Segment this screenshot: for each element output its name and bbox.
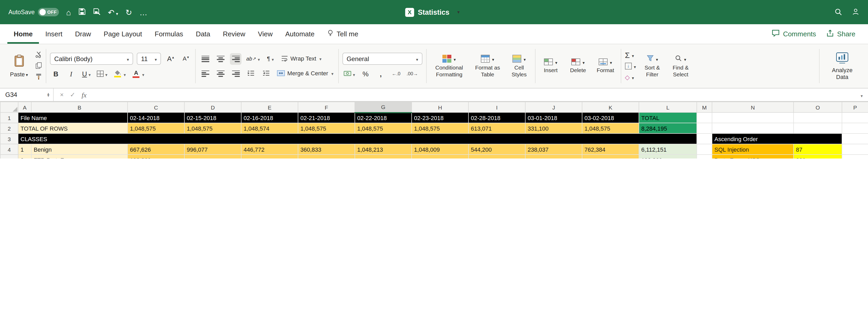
cell-C5[interactable]: 193,360 (128, 154, 184, 158)
cell-I4[interactable]: 544,200 (468, 144, 525, 154)
row-header-1[interactable]: 1 (0, 112, 18, 123)
align-middle-button[interactable] (215, 53, 226, 64)
cell-N1[interactable] (712, 112, 794, 123)
cell-G4[interactable]: 1,048,213 (355, 144, 412, 154)
cell-E1[interactable]: 02-16-2018 (241, 112, 298, 123)
undo-button[interactable]: ↶ (108, 8, 118, 16)
tab-automate[interactable]: Automate (279, 24, 321, 44)
paste-button[interactable]: Paste (7, 55, 31, 78)
accounting-format-button[interactable] (342, 68, 356, 80)
cell-A5[interactable]: 2 (18, 154, 31, 158)
cell-L4[interactable]: 6,112,151 (639, 144, 697, 154)
format-painter-button[interactable] (35, 73, 42, 81)
tab-data[interactable]: Data (189, 24, 216, 44)
select-all-corner[interactable] (0, 102, 18, 112)
clear-button[interactable]: ◇ (625, 73, 636, 81)
home-button[interactable]: ⌂ (66, 8, 71, 16)
delete-cells-button[interactable]: Delete (566, 59, 590, 74)
wrap-text-button[interactable]: Wrap Text (280, 53, 322, 64)
font-name-select[interactable]: Calibri (Body) (50, 53, 133, 65)
cell-N2[interactable] (712, 123, 794, 134)
align-top-button[interactable] (199, 53, 211, 64)
more-commands-button[interactable]: … (140, 8, 147, 16)
format-cells-button[interactable]: Format (594, 59, 617, 74)
cell-O2[interactable] (794, 123, 842, 134)
cell-H2[interactable]: 1,048,575 (412, 123, 468, 134)
column-header-O[interactable]: O (794, 102, 842, 112)
grow-font-button[interactable]: A▴ (165, 53, 176, 64)
cell-I2[interactable]: 613,071 (468, 123, 525, 134)
cell-G5[interactable] (355, 154, 412, 158)
enter-button[interactable]: ✓ (70, 92, 75, 98)
cell-E2[interactable]: 1,048,574 (241, 123, 298, 134)
cell-A4[interactable]: 1 (18, 144, 31, 154)
share-button[interactable]: Share (822, 29, 861, 38)
cell-J1[interactable]: 03-01-2018 (525, 112, 582, 123)
align-right-button[interactable] (230, 68, 242, 79)
cell-F4[interactable]: 360,833 (298, 144, 355, 154)
row-header-4[interactable]: 4 (0, 144, 18, 154)
text-direction-button[interactable]: ¶ (265, 53, 276, 64)
name-box[interactable]: G34 (0, 88, 54, 101)
number-format-select[interactable]: General (342, 53, 423, 65)
insert-function-button[interactable]: fx (82, 91, 87, 98)
cell-B4[interactable]: Benign (31, 144, 128, 154)
cell-O4[interactable]: 87 (794, 144, 842, 154)
row-header-5[interactable]: 5 (0, 154, 18, 158)
cell-J2[interactable]: 331,100 (525, 123, 582, 134)
font-color-button[interactable]: A (130, 68, 145, 80)
cell-K5[interactable] (582, 154, 639, 158)
cell-K4[interactable]: 762,384 (582, 144, 639, 154)
bold-button[interactable]: B (50, 68, 62, 80)
cell-H4[interactable]: 1,048,009 (412, 144, 468, 154)
tab-view[interactable]: View (252, 24, 279, 44)
column-header-H[interactable]: H (412, 102, 468, 112)
column-header-A[interactable]: A (18, 102, 31, 112)
tab-home[interactable]: Home (7, 24, 39, 44)
borders-button[interactable] (96, 68, 108, 80)
cell-G2[interactable]: 1,048,575 (355, 123, 412, 134)
cell-F2[interactable]: 1,048,575 (298, 123, 355, 134)
cell-L5[interactable]: 193,360 (639, 154, 697, 158)
cell-H5[interactable] (412, 154, 468, 158)
cell-F5[interactable] (298, 154, 355, 158)
cell-B1[interactable]: File Name (18, 112, 128, 123)
font-size-select[interactable]: 11 (137, 53, 161, 65)
column-header-G-selected[interactable]: G (355, 102, 412, 112)
cell-N5[interactable]: Brute Force -XSS (712, 154, 794, 158)
align-center-button[interactable] (215, 68, 226, 79)
shrink-font-button[interactable]: A▾ (180, 53, 191, 64)
cell-C1[interactable]: 02-14-2018 (128, 112, 184, 123)
align-bottom-button[interactable] (230, 53, 242, 64)
cell-B3[interactable]: CLASSES (18, 134, 697, 144)
tab-review[interactable]: Review (216, 24, 251, 44)
search-button[interactable] (834, 8, 842, 17)
cancel-button[interactable]: × (60, 92, 64, 98)
sort-filter-button[interactable]: Sort & Filter (640, 55, 664, 77)
autosave-toggle[interactable]: OFF (38, 8, 59, 16)
insert-cells-button[interactable]: Insert (539, 59, 562, 74)
cell-P1[interactable] (842, 112, 868, 123)
column-header-N[interactable]: N (712, 102, 794, 112)
cell-E4[interactable]: 446,772 (241, 144, 298, 154)
cell-O1[interactable] (794, 112, 842, 123)
column-header-L[interactable]: L (639, 102, 697, 112)
cut-button[interactable] (35, 51, 42, 59)
copy-button[interactable] (35, 62, 42, 70)
tab-formulas[interactable]: Formulas (148, 24, 189, 44)
account-share-button[interactable] (852, 8, 860, 17)
cell-P4[interactable] (842, 144, 868, 154)
fill-button[interactable]: ↓ (625, 62, 636, 70)
italic-button[interactable]: I (65, 68, 77, 80)
cell-M4[interactable] (697, 144, 712, 154)
column-header-E[interactable]: E (241, 102, 298, 112)
cell-D1[interactable]: 02-15-2018 (184, 112, 241, 123)
cell-K1[interactable]: 03-02-2018 (582, 112, 639, 123)
cell-I5[interactable] (468, 154, 525, 158)
cell-B2[interactable]: TOTAL OF ROWS (18, 123, 128, 134)
formula-input[interactable] (93, 88, 860, 101)
decrease-indent-button[interactable] (245, 68, 257, 79)
cell-G1[interactable]: 02-22-2018 (355, 112, 412, 123)
name-box-spinner-icon[interactable] (46, 92, 50, 97)
tab-draw[interactable]: Draw (69, 24, 97, 44)
